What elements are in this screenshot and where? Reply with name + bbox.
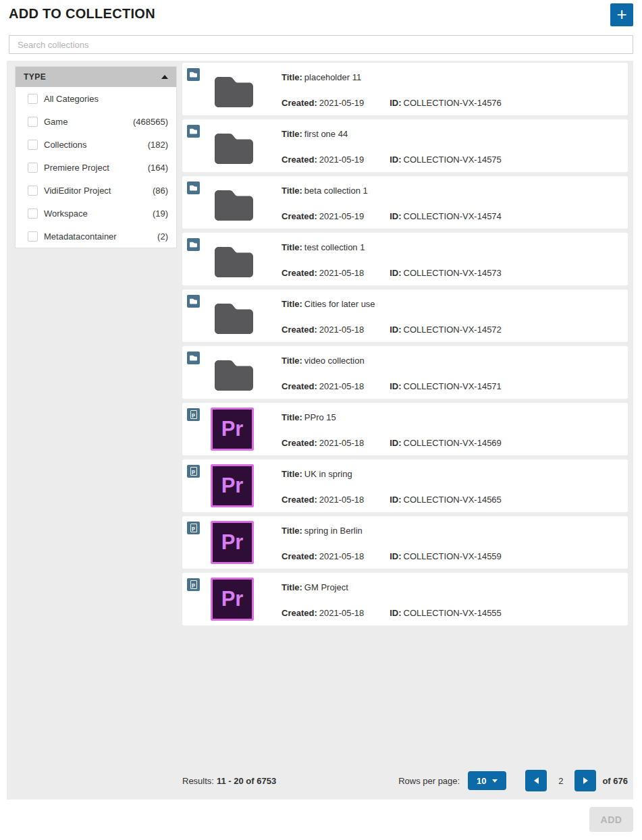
- collection-type-badge: p: [187, 465, 200, 478]
- item-text: Title:placeholder 11 Created:2021-05-19I…: [282, 72, 502, 108]
- folder-icon: [189, 70, 198, 79]
- created-value: 2021-05-19: [319, 98, 365, 108]
- title-value: test collection 1: [304, 242, 365, 252]
- filter-panel: TYPE All Categories Game (468565) Collec…: [15, 66, 177, 248]
- created-label: Created:: [282, 438, 317, 448]
- folder-icon: [189, 240, 198, 249]
- collection-list-item[interactable]: p Pr Title:first one 44 Created:2021-05-…: [182, 119, 628, 172]
- collection-list-item[interactable]: p Pr Title:GM Project Created:2021-05-18…: [182, 573, 628, 625]
- results-value: 11 - 20 of 6753: [217, 776, 276, 786]
- item-text: Title:test collection 1 Created:2021-05-…: [282, 242, 502, 278]
- filter-option[interactable]: Collections (182): [16, 133, 176, 156]
- collection-type-badge: p: [187, 181, 200, 194]
- id-label: ID:: [390, 325, 401, 335]
- premiere-pro-thumbnail: Pr: [211, 408, 254, 451]
- chevron-down-icon: [492, 779, 498, 783]
- new-collection-button[interactable]: +: [610, 3, 633, 26]
- folder-thumbnail: [215, 360, 253, 391]
- id-value: COLLECTION-VX-14571: [404, 381, 502, 391]
- item-text: Title:beta collection 1 Created:2021-05-…: [282, 186, 502, 221]
- premiere-pro-logo-text: Pr: [221, 474, 244, 498]
- collection-type-badge: p: [187, 578, 200, 591]
- created-label: Created:: [282, 155, 317, 165]
- chevron-right-icon: [583, 777, 588, 784]
- item-text: Title:PPro 15 Created:2021-05-18ID:COLLE…: [282, 412, 502, 448]
- id-value: COLLECTION-VX-14574: [404, 211, 502, 221]
- title-value: video collection: [304, 356, 365, 366]
- filter-option[interactable]: Metadatacontainer (2): [16, 225, 176, 248]
- add-button[interactable]: ADD: [589, 807, 633, 832]
- created-value: 2021-05-18: [319, 268, 365, 278]
- title-label: Title:: [282, 526, 302, 536]
- filter-option-label: All Categories: [44, 94, 168, 104]
- collection-list-item[interactable]: p Pr Title:video collection Created:2021…: [182, 346, 628, 399]
- rows-per-page-dropdown[interactable]: 10: [468, 771, 506, 790]
- folder-thumbnail: [215, 190, 253, 221]
- collection-list-item[interactable]: p Pr Title:PPro 15 Created:2021-05-18ID:…: [182, 403, 628, 455]
- filter-type-header[interactable]: TYPE: [16, 67, 176, 87]
- id-label: ID:: [390, 551, 401, 561]
- collection-list-item[interactable]: p Pr Title:Cities for later use Created:…: [182, 289, 628, 342]
- chevron-left-icon: [534, 777, 539, 784]
- filter-option-count: (86): [153, 186, 168, 196]
- created-value: 2021-05-18: [319, 325, 365, 335]
- page-title: ADD TO COLLECTION: [9, 6, 155, 22]
- created-value: 2021-05-18: [319, 438, 365, 448]
- created-value: 2021-05-18: [319, 495, 365, 505]
- collection-list-item[interactable]: p Pr Title:UK in spring Created:2021-05-…: [182, 459, 628, 512]
- checkbox[interactable]: [28, 163, 38, 173]
- checkbox[interactable]: [28, 231, 38, 242]
- title-label: Title:: [282, 242, 302, 252]
- add-to-collection-dialog: ADD TO COLLECTION + TYPE All Categories …: [0, 0, 642, 840]
- created-value: 2021-05-18: [319, 551, 365, 561]
- collection-list-item[interactable]: p Pr Title:spring in Berlin Created:2021…: [182, 516, 628, 569]
- created-label: Created:: [282, 211, 317, 221]
- title-label: Title:: [282, 582, 302, 592]
- filter-option[interactable]: VidiEditor Project (86): [16, 179, 176, 202]
- premiere-document-icon: p: [190, 467, 197, 476]
- checkbox[interactable]: [28, 140, 38, 150]
- filter-title: TYPE: [24, 72, 46, 82]
- premiere-pro-thumbnail: Pr: [211, 521, 254, 564]
- checkbox[interactable]: [28, 186, 38, 196]
- collection-type-badge: p: [187, 68, 200, 81]
- checkbox[interactable]: [28, 208, 38, 219]
- title-label: Title:: [282, 72, 302, 82]
- item-text: Title:spring in Berlin Created:2021-05-1…: [282, 526, 502, 561]
- created-label: Created:: [282, 325, 317, 335]
- collection-list-item[interactable]: p Pr Title:beta collection 1 Created:202…: [182, 176, 628, 229]
- created-label: Created:: [282, 268, 317, 278]
- id-label: ID:: [390, 381, 401, 391]
- results-count: Results:11 - 20 of 6753: [182, 776, 276, 786]
- created-label: Created:: [282, 608, 317, 618]
- id-value: COLLECTION-VX-14575: [404, 155, 502, 165]
- collection-type-badge: p: [187, 352, 200, 364]
- title-label: Title:: [282, 186, 302, 196]
- filter-option-label: Premiere Project: [44, 163, 148, 173]
- id-value: COLLECTION-VX-14565: [404, 495, 502, 505]
- premiere-document-icon: p: [190, 410, 197, 419]
- collection-list-item[interactable]: p Pr Title:test collection 1 Created:202…: [182, 233, 628, 285]
- created-label: Created:: [282, 495, 317, 505]
- title-value: spring in Berlin: [304, 526, 363, 536]
- checkbox[interactable]: [28, 117, 38, 127]
- folder-thumbnail: [215, 77, 253, 107]
- filter-option[interactable]: Workspace (19): [16, 202, 176, 225]
- created-label: Created:: [282, 98, 317, 108]
- title-label: Title:: [282, 356, 302, 366]
- checkbox[interactable]: [28, 94, 38, 104]
- premiere-document-icon: p: [190, 524, 197, 532]
- folder-icon: [189, 297, 198, 306]
- search-input[interactable]: [9, 35, 633, 54]
- premiere-pro-thumbnail: Pr: [211, 578, 254, 621]
- filter-option[interactable]: Game (468565): [16, 110, 176, 133]
- filter-option[interactable]: All Categories: [16, 87, 176, 110]
- filter-option-count: (182): [148, 140, 168, 150]
- current-page: 2: [558, 776, 563, 786]
- filter-option[interactable]: Premiere Project (164): [16, 156, 176, 179]
- filter-option-count: (2): [157, 231, 168, 242]
- next-page-button[interactable]: [574, 770, 596, 791]
- total-pages: of 676: [602, 776, 628, 786]
- collection-list-item[interactable]: p Pr Title:placeholder 11 Created:2021-0…: [182, 63, 628, 115]
- prev-page-button[interactable]: [525, 770, 547, 791]
